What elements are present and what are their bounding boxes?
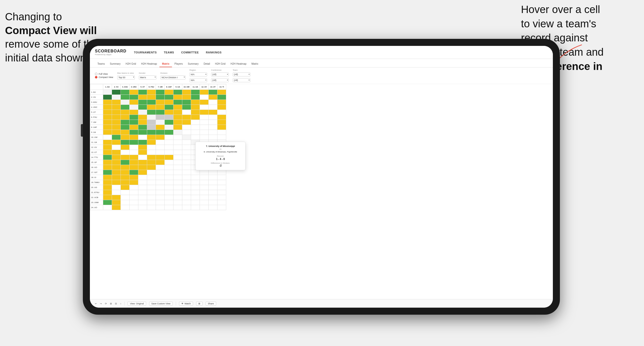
matrix-cell[interactable] — [103, 150, 112, 155]
tab-h2h-grid-1[interactable]: H2H Grid — [123, 61, 139, 67]
matrix-cell[interactable] — [121, 160, 130, 165]
matrix-cell[interactable] — [103, 135, 112, 140]
view-compact-option[interactable]: Compact View — [95, 76, 113, 78]
matrix-cell[interactable] — [200, 125, 209, 130]
matrix-cell[interactable] — [103, 115, 112, 120]
matrix-cell[interactable] — [121, 110, 130, 115]
radio-full-view[interactable] — [95, 73, 97, 75]
matrix-cell[interactable] — [147, 195, 156, 200]
matrix-cell[interactable] — [103, 100, 112, 105]
matrix-cell[interactable] — [200, 190, 209, 195]
matrix-cell[interactable] — [147, 205, 156, 210]
matrix-cell[interactable] — [182, 205, 191, 210]
division-select[interactable]: NCAA Division I — [160, 75, 186, 79]
matrix-cell[interactable] — [121, 90, 130, 95]
matrix-cell[interactable] — [182, 130, 191, 135]
matrix-cell[interactable] — [138, 145, 147, 150]
matrix-cell[interactable] — [138, 90, 147, 95]
matrix-cell[interactable] — [103, 90, 112, 95]
matrix-cell[interactable] — [147, 175, 156, 180]
matrix-cell[interactable] — [130, 95, 138, 100]
matrix-cell[interactable] — [165, 155, 173, 160]
matrix-cell[interactable] — [209, 205, 217, 210]
matrix-cell[interactable] — [121, 100, 130, 105]
matrix-cell[interactable] — [138, 135, 147, 140]
gender-select[interactable]: Men's — [139, 75, 156, 79]
matrix-cell[interactable] — [147, 180, 156, 185]
tab-detail[interactable]: Detail — [201, 61, 213, 67]
matrix-cell[interactable] — [173, 140, 182, 145]
matrix-cell[interactable] — [130, 205, 138, 210]
matrix-cell[interactable] — [103, 155, 112, 160]
matrix-cell[interactable] — [191, 195, 200, 200]
matrix-cell[interactable] — [182, 125, 191, 130]
matrix-cell[interactable] — [147, 125, 156, 130]
matrix-cell[interactable] — [217, 205, 226, 210]
matrix-cell[interactable] — [156, 170, 165, 175]
matrix-cell[interactable] — [200, 135, 209, 140]
nav-rankings[interactable]: RANKINGS — [206, 51, 222, 54]
zoom-in-button[interactable]: ⊞ — [110, 302, 112, 305]
matrix-cell[interactable] — [121, 205, 130, 210]
matrix-cell[interactable] — [191, 110, 200, 115]
matrix-cell[interactable] — [138, 165, 147, 170]
matrix-cell[interactable] — [191, 185, 200, 190]
matrix-cell[interactable] — [182, 165, 191, 170]
matrix-cell[interactable] — [156, 180, 165, 185]
matrix-cell[interactable] — [156, 175, 165, 180]
matrix-cell[interactable] — [200, 120, 209, 125]
matrix-cell[interactable] — [156, 95, 165, 100]
matrix-cell[interactable] — [209, 120, 217, 125]
matrix-cell[interactable] — [209, 130, 217, 135]
matrix-cell[interactable] — [112, 90, 121, 95]
matrix-cell[interactable] — [156, 195, 165, 200]
matrix-cell[interactable] — [156, 200, 165, 205]
matrix-cell[interactable] — [191, 180, 200, 185]
matrix-cell[interactable] — [103, 145, 112, 150]
matrix-cell[interactable] — [217, 170, 226, 175]
matrix-cell[interactable] — [165, 125, 173, 130]
tab-h2h-heatmap-1[interactable]: H2H Heatmap — [139, 61, 159, 67]
matrix-cell[interactable] — [130, 200, 138, 205]
matrix-cell[interactable] — [165, 200, 173, 205]
matrix-cell[interactable] — [147, 145, 156, 150]
matrix-cell[interactable] — [173, 190, 182, 195]
matrix-cell[interactable] — [165, 205, 173, 210]
matrix-cell[interactable] — [191, 135, 200, 140]
nav-tournaments[interactable]: TOURNAMENTS — [134, 51, 157, 54]
matrix-cell[interactable] — [217, 175, 226, 180]
matrix-cell[interactable] — [121, 170, 130, 175]
matrix-cell[interactable] — [147, 190, 156, 195]
matrix-cell[interactable] — [130, 140, 138, 145]
matrix-cell[interactable] — [191, 115, 200, 120]
matrix-cell[interactable] — [182, 160, 191, 165]
matrix-cell[interactable] — [130, 120, 138, 125]
matrix-cell[interactable] — [112, 180, 121, 185]
matrix-cell[interactable] — [121, 115, 130, 120]
matrix-cell[interactable] — [182, 195, 191, 200]
matrix-cell[interactable] — [165, 110, 173, 115]
matrix-cell[interactable] — [147, 165, 156, 170]
matrix-cell[interactable] — [156, 135, 165, 140]
tab-summary-1[interactable]: Summary — [107, 61, 123, 67]
matrix-cell[interactable] — [165, 195, 173, 200]
matrix-cell[interactable] — [156, 150, 165, 155]
tab-h2h-grid-2[interactable]: H2H Grid — [212, 61, 228, 67]
matrix-cell[interactable] — [138, 200, 147, 205]
matrix-cell[interactable] — [121, 195, 130, 200]
matrix-cell[interactable] — [173, 120, 182, 125]
matrix-cell[interactable] — [130, 170, 138, 175]
matrix-cell[interactable] — [121, 165, 130, 170]
matrix-cell[interactable] — [173, 165, 182, 170]
matrix-cell[interactable] — [173, 185, 182, 190]
matrix-cell[interactable] — [156, 110, 165, 115]
matrix-cell[interactable] — [173, 160, 182, 165]
matrix-cell[interactable] — [165, 170, 173, 175]
matrix-cell[interactable] — [112, 115, 121, 120]
matrix-wrapper[interactable]: 1. AU 2. VU 3. ASU 4. UNC 5. UT 6. FSU 7… — [90, 84, 553, 299]
matrix-cell[interactable] — [156, 190, 165, 195]
matrix-cell[interactable] — [156, 90, 165, 95]
matrix-cell[interactable] — [165, 120, 173, 125]
matrix-cell[interactable] — [103, 110, 112, 115]
matrix-cell[interactable] — [217, 180, 226, 185]
